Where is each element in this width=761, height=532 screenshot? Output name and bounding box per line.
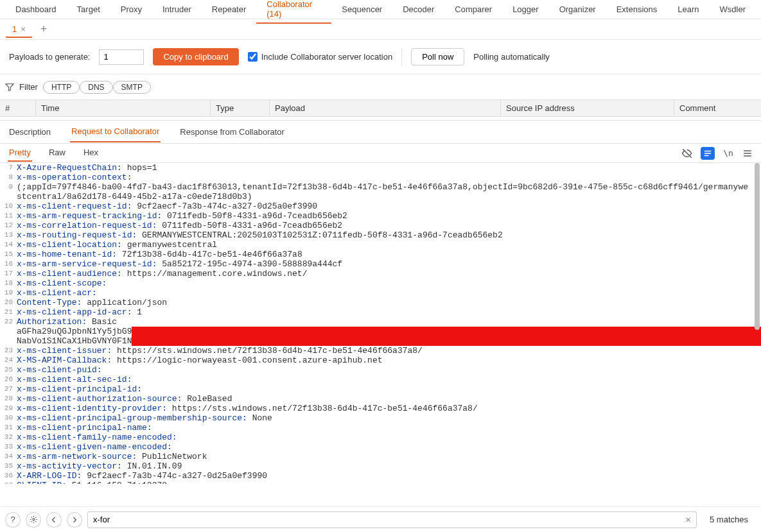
main-tab-comparer[interactable]: Comparer xyxy=(444,1,502,18)
line-wrap-icon[interactable]: \n xyxy=(722,148,734,159)
scrollbar-thumb[interactable] xyxy=(755,163,760,330)
divider xyxy=(401,48,402,66)
sub-tab-bar: 1 × + xyxy=(0,19,761,40)
detail-tab-description[interactable]: Description xyxy=(8,122,52,142)
search-box[interactable]: × xyxy=(87,511,697,528)
view-tab-raw[interactable]: Raw xyxy=(48,144,67,162)
col-number[interactable]: # xyxy=(0,100,36,116)
filter-pill-smtp[interactable]: SMTP xyxy=(113,81,151,94)
add-tab-button[interactable]: + xyxy=(37,22,51,36)
poll-now-button[interactable]: Poll now xyxy=(411,48,464,65)
filter-pill-dns[interactable]: DNS xyxy=(80,81,112,94)
detail-tab-response-from-collaborator[interactable]: Response from Collaborator xyxy=(179,122,286,142)
include-location-input[interactable] xyxy=(248,52,258,62)
gear-icon[interactable] xyxy=(26,512,41,528)
hamburger-icon[interactable] xyxy=(742,148,753,159)
main-tab-sequencer[interactable]: Sequencer xyxy=(331,1,392,18)
payloads-input[interactable] xyxy=(99,49,144,65)
main-tab-bar: DashboardTargetProxyIntruderRepeaterColl… xyxy=(0,0,761,19)
main-tab-intruder[interactable]: Intruder xyxy=(152,1,202,18)
main-tab-organizer[interactable]: Organizer xyxy=(549,1,606,18)
main-tab-collaborator-14-[interactable]: Collaborator (14) xyxy=(256,0,331,24)
col-comment[interactable]: Comment xyxy=(674,100,761,116)
payloads-label: Payloads to generate: xyxy=(9,52,90,62)
line-gutter: 7891011121314151617181920212223242526272… xyxy=(0,163,14,484)
copy-to-clipboard-button[interactable]: Copy to clipboard xyxy=(153,48,238,65)
poll-status: Polling automatically xyxy=(473,52,550,62)
filter-icon[interactable] xyxy=(5,83,14,92)
help-icon[interactable]: ? xyxy=(5,512,21,528)
main-tab-dashboard[interactable]: Dashboard xyxy=(5,1,67,18)
sub-tab-1[interactable]: 1 × xyxy=(5,21,33,38)
view-tools: \n xyxy=(681,147,753,160)
detail-tab-request-to-collaborator[interactable]: Request to Collaborator xyxy=(70,121,161,142)
editor-footer: ? × 5 matches xyxy=(0,506,761,532)
toggle-hidden-icon[interactable] xyxy=(681,148,693,159)
main-tab-decoder[interactable]: Decoder xyxy=(392,1,444,18)
request-editor[interactable]: 7891011121314151617181920212223242526272… xyxy=(0,163,761,484)
render-toggle-icon[interactable] xyxy=(701,147,715,160)
include-location-label: Include Collaborator server location xyxy=(261,52,393,62)
payload-bar: Payloads to generate: Copy to clipboard … xyxy=(0,40,761,74)
col-source[interactable]: Source IP address xyxy=(501,100,674,116)
main-tab-repeater[interactable]: Repeater xyxy=(202,1,256,18)
main-tab-target[interactable]: Target xyxy=(67,1,110,18)
col-payload[interactable]: Payload xyxy=(270,100,501,116)
main-tab-wsdler[interactable]: Wsdler xyxy=(710,1,756,18)
col-type[interactable]: Type xyxy=(211,100,270,116)
next-match-icon[interactable] xyxy=(67,512,82,528)
main-tab-proxy[interactable]: Proxy xyxy=(110,1,152,18)
include-location-checkbox[interactable]: Include Collaborator server location xyxy=(248,52,393,62)
col-time[interactable]: Time xyxy=(36,100,211,116)
vertical-scrollbar[interactable] xyxy=(753,163,760,484)
search-input[interactable] xyxy=(93,515,685,524)
main-tab-learn[interactable]: Learn xyxy=(667,1,709,18)
sub-tab-label: 1 xyxy=(12,24,17,34)
match-count: 5 matches xyxy=(702,515,756,524)
svg-point-0 xyxy=(32,519,34,520)
close-icon[interactable]: × xyxy=(21,24,26,34)
filter-label: Filter xyxy=(19,82,38,92)
filter-bar: Filter HTTPDNSSMTP xyxy=(0,74,761,100)
clear-search-icon[interactable]: × xyxy=(685,514,691,525)
interactions-table-header: # Time Type Payload Source IP address Co… xyxy=(0,100,761,117)
main-tab-extensions[interactable]: Extensions xyxy=(606,1,668,18)
view-tab-pretty[interactable]: Pretty xyxy=(8,144,32,162)
filter-pill-http[interactable]: HTTP xyxy=(43,81,80,94)
code-body[interactable]: X-Azure-RequestChain: hops=1x-ms-operati… xyxy=(17,163,752,484)
main-tab-logger[interactable]: Logger xyxy=(502,1,548,18)
detail-tab-bar: DescriptionRequest to CollaboratorRespon… xyxy=(0,121,761,144)
view-tab-hex[interactable]: Hex xyxy=(82,144,100,162)
prev-match-icon[interactable] xyxy=(46,512,62,528)
view-tab-row: PrettyRawHex \n xyxy=(0,144,761,163)
